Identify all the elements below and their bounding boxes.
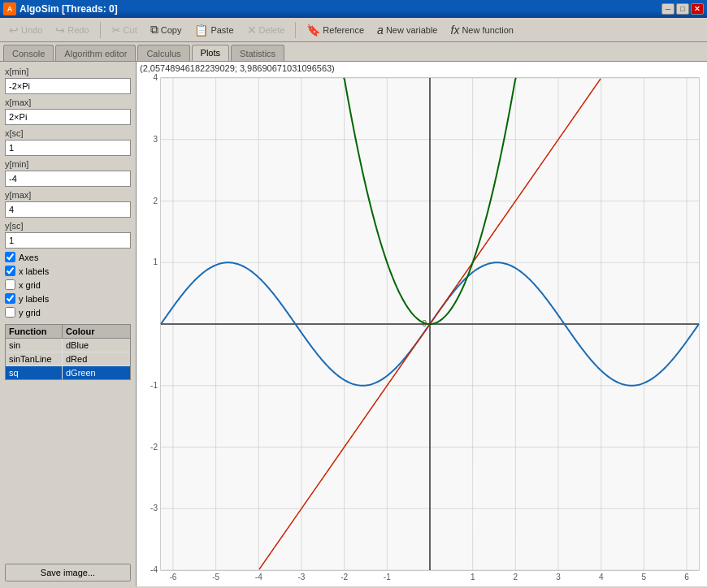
tab-plots[interactable]: Plots <box>192 45 229 61</box>
y-labels-label: y labels <box>19 294 49 304</box>
plot-canvas[interactable] <box>137 62 707 586</box>
tab-bar: Console Algorithm editor Calculus Plots … <box>0 42 707 62</box>
separator-1 <box>100 22 101 38</box>
func-color-sin: dBlue <box>63 339 130 352</box>
xmax-label: x[max] <box>5 97 131 107</box>
tab-algorithm-editor[interactable]: Algorithm editor <box>55 45 136 61</box>
xmin-input[interactable] <box>5 78 131 94</box>
xsc-input[interactable] <box>5 140 131 156</box>
xmax-group: x[max] <box>5 97 131 125</box>
copy-icon: ⧉ <box>150 23 158 37</box>
xmax-input[interactable] <box>5 109 131 125</box>
main-content: x[min] x[max] x[sc] y[min] y[max] y[sc] <box>0 62 707 586</box>
ymin-label: y[min] <box>5 159 131 169</box>
x-labels-checkbox[interactable] <box>5 266 15 276</box>
reference-icon: 🔖 <box>306 24 320 37</box>
app-logo: A <box>3 2 16 15</box>
close-button[interactable]: ✕ <box>691 3 704 15</box>
minimize-button[interactable]: ─ <box>661 3 674 15</box>
cut-button[interactable]: ✂ Cut <box>106 21 143 39</box>
col-header-colour: Colour <box>63 325 130 338</box>
xsc-group: x[sc] <box>5 128 131 156</box>
func-name-sinTanLine: sinTanLine <box>6 352 63 365</box>
title-bar: A AlgoSim [Threads: 0] ─ □ ✕ <box>0 0 707 18</box>
y-grid-checkbox[interactable] <box>5 307 15 318</box>
y-grid-label: y grid <box>19 308 41 318</box>
x-labels-label: x labels <box>19 266 49 276</box>
paste-button[interactable]: 📋 Paste <box>189 21 239 39</box>
undo-button[interactable]: ↩ Undo <box>3 21 48 39</box>
y-grid-checkbox-row[interactable]: y grid <box>5 307 131 318</box>
axes-checkbox-row[interactable]: Axes <box>5 252 131 262</box>
new-function-button[interactable]: fx New function <box>445 21 519 39</box>
save-image-button[interactable]: Save image... <box>5 564 131 582</box>
tab-statistics[interactable]: Statistics <box>231 45 284 61</box>
func-color-sinTanLine: dRed <box>63 352 130 365</box>
ysc-group: y[sc] <box>5 221 131 249</box>
delete-icon: ✕ <box>247 24 257 37</box>
axes-label: Axes <box>19 253 38 262</box>
left-panel: x[min] x[max] x[sc] y[min] y[max] y[sc] <box>0 62 137 586</box>
col-header-function: Function <box>6 325 63 338</box>
xmin-group: x[min] <box>5 67 131 94</box>
cut-icon: ✂ <box>111 24 121 37</box>
ysc-label: y[sc] <box>5 221 131 231</box>
ymax-label: y[max] <box>5 190 131 200</box>
func-color-sq: dGreen <box>63 366 130 379</box>
x-labels-checkbox-row[interactable]: x labels <box>5 266 131 276</box>
ymax-input[interactable] <box>5 201 131 218</box>
tab-calculus[interactable]: Calculus <box>137 45 189 61</box>
function-table: Function Colour sin dBlue sinTanLine dRe… <box>5 324 131 380</box>
redo-button[interactable]: ↪ Redo <box>50 21 94 39</box>
xmin-label: x[min] <box>5 67 131 76</box>
undo-icon: ↩ <box>9 24 19 37</box>
func-name-sq: sq <box>6 366 63 379</box>
title-bar-buttons: ─ □ ✕ <box>661 3 704 15</box>
copy-button[interactable]: ⧉ Copy <box>145 21 188 39</box>
plot-area[interactable]: (2,05748946182239029; 3,9869067103109656… <box>137 62 707 586</box>
table-row[interactable]: sin dBlue <box>6 339 130 352</box>
window-title: AlgoSim [Threads: 0] <box>20 3 118 15</box>
func-name-sin: sin <box>6 339 63 352</box>
y-labels-checkbox-row[interactable]: y labels <box>5 293 131 304</box>
paste-icon: 📋 <box>194 24 208 37</box>
ymax-group: y[max] <box>5 190 131 218</box>
reference-button[interactable]: 🔖 Reference <box>301 21 370 39</box>
function-table-header: Function Colour <box>6 325 130 339</box>
axes-checkbox[interactable] <box>5 252 15 262</box>
ysc-input[interactable] <box>5 232 131 249</box>
x-grid-checkbox-row[interactable]: x grid <box>5 279 131 290</box>
y-labels-checkbox[interactable] <box>5 293 15 304</box>
x-grid-label: x grid <box>19 280 41 290</box>
plot-coordinates: (2,05748946182239029; 3,9869067103109656… <box>140 63 335 73</box>
separator-2 <box>295 22 296 38</box>
new-variable-button[interactable]: a New variable <box>371 21 443 39</box>
ymin-input[interactable] <box>5 171 131 187</box>
table-row[interactable]: sinTanLine dRed <box>6 352 130 366</box>
xsc-label: x[sc] <box>5 128 131 138</box>
redo-icon: ↪ <box>55 24 65 37</box>
delete-button[interactable]: ✕ Delete <box>241 21 291 39</box>
table-row[interactable]: sq dGreen <box>6 366 130 379</box>
variable-icon: a <box>377 24 384 37</box>
tab-console[interactable]: Console <box>3 45 54 61</box>
toolbar: ↩ Undo ↪ Redo ✂ Cut ⧉ Copy 📋 Paste ✕ Del… <box>0 18 707 42</box>
ymin-group: y[min] <box>5 159 131 187</box>
function-icon: fx <box>451 24 460 37</box>
x-grid-checkbox[interactable] <box>5 279 15 290</box>
maximize-button[interactable]: □ <box>676 3 689 15</box>
title-bar-left: A AlgoSim [Threads: 0] <box>3 2 118 15</box>
